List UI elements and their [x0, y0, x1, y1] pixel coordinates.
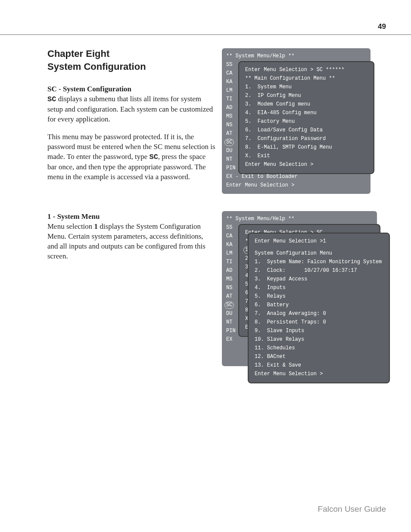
ol: ** Main Configuration Menu **	[245, 74, 368, 83]
terminal-overlay-1: Enter Menu Selection > SC ****** ** Main…	[238, 61, 374, 174]
sm-para1: Menu selection 1 displays the System Con…	[47, 222, 215, 261]
spacer	[255, 246, 384, 249]
ol: 7. Configuration Password	[245, 134, 368, 143]
ol: X. Exit	[245, 152, 368, 160]
chapter-line1: Chapter Eight	[47, 48, 109, 59]
text: Menu selection	[47, 222, 94, 230]
footer: Falcon User Guide	[318, 504, 386, 514]
terminal-panel-1: ** System Menu/Help ** SS CA KA LM TI AD…	[222, 48, 371, 194]
ol: 3. Modem Config menu	[245, 100, 368, 109]
chapter-line2: System Configuration	[47, 61, 146, 72]
page-number: 49	[378, 22, 386, 31]
text: displays a submenu that lists all items …	[47, 95, 213, 123]
ol: 1. System Menu	[245, 83, 368, 91]
ol: 5. Factory Menu	[245, 117, 368, 126]
ol: Enter Menu Selection >	[245, 160, 368, 169]
ol: 10. Slave Relays	[255, 335, 384, 344]
circle-sc-icon: SC	[224, 139, 234, 146]
inline-code-sc2: SC	[149, 153, 158, 161]
ol: 1. System Name: Falcon Monitoring System	[255, 258, 384, 266]
ol: 13. Exit & Save	[255, 361, 384, 370]
sc-para2: This menu may be password protected. If …	[47, 132, 215, 182]
ol: Enter Menu Selection > SC ******	[245, 65, 368, 74]
ol: 2. Clock: 10/27/00 16:37:17	[255, 266, 384, 275]
ol: Enter Menu Selection >1	[255, 237, 384, 246]
ol: 8. Persistent Traps: 0	[255, 318, 384, 327]
inline-code-sc: SC	[47, 95, 56, 103]
ol: 12. BACnet	[255, 352, 384, 361]
term1-title: ** System Menu/Help **	[226, 52, 366, 60]
ol: 2. IP Config Menu	[245, 91, 368, 100]
prompt: Enter Menu Selection >	[226, 181, 366, 190]
sc-subhead: SC - System Configuration	[47, 85, 215, 93]
ol: Enter Menu Selection >	[255, 370, 384, 378]
ol: 8. E-Mail, SMTP Config Menu	[245, 143, 368, 152]
ol: 11. Schedules	[255, 344, 384, 352]
body-column: Chapter Eight System Configuration SC - …	[47, 47, 215, 269]
divider	[0, 34, 411, 35]
ol: 9. Slave Inputs	[255, 327, 384, 335]
ol: 4. Inputs	[255, 283, 384, 292]
ol: 4. EIA-485 Config menu	[245, 109, 368, 117]
chapter-heading: Chapter Eight System Configuration	[47, 47, 215, 73]
ol: System Configuration Menu	[255, 249, 384, 258]
ol: 6. Load/Save Config Data	[245, 126, 368, 134]
ol: 5. Relays	[255, 292, 384, 301]
term2-title: ** System Menu/Help **	[226, 215, 373, 223]
terminal-overlay-2b: Enter Menu Selection >1 System Configura…	[248, 233, 390, 383]
ol: 7. Analog Averaging: 0	[255, 309, 384, 318]
ol: 3. Keypad Access	[255, 275, 384, 283]
terminal-panel-2: ** System Menu/Help ** SS CA KA LM TI AD…	[222, 211, 377, 366]
bold-1: 1	[94, 222, 98, 230]
sm-subhead: 1 - System Menu	[47, 212, 215, 221]
ol: 6. Battery	[255, 301, 384, 309]
circle-sc-icon: SC	[224, 302, 234, 309]
sc-para1: SC displays a submenu that lists all ite…	[47, 94, 215, 124]
